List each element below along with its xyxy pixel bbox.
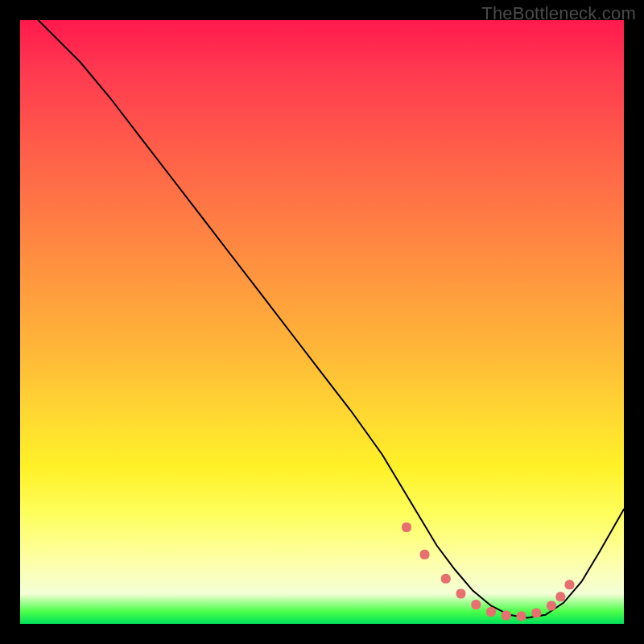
- marker-dot: [486, 607, 496, 617]
- marker-dot: [441, 574, 451, 584]
- marker-dot: [547, 601, 556, 611]
- marker-dot: [402, 522, 411, 532]
- plot-area: [20, 20, 624, 624]
- chart-frame: TheBottleneck.com: [0, 0, 644, 644]
- marker-dot: [502, 611, 511, 621]
- marker-dot: [565, 580, 575, 589]
- marker-dot: [420, 550, 430, 559]
- curve-markers: [402, 522, 575, 621]
- chart-svg: [20, 20, 624, 624]
- marker-dot: [456, 589, 466, 599]
- curve-line: [39, 20, 625, 618]
- watermark-text: TheBottleneck.com: [481, 3, 636, 24]
- marker-dot: [531, 609, 541, 618]
- marker-dot: [517, 611, 526, 621]
- marker-dot: [555, 592, 565, 601]
- marker-dot: [471, 600, 481, 609]
